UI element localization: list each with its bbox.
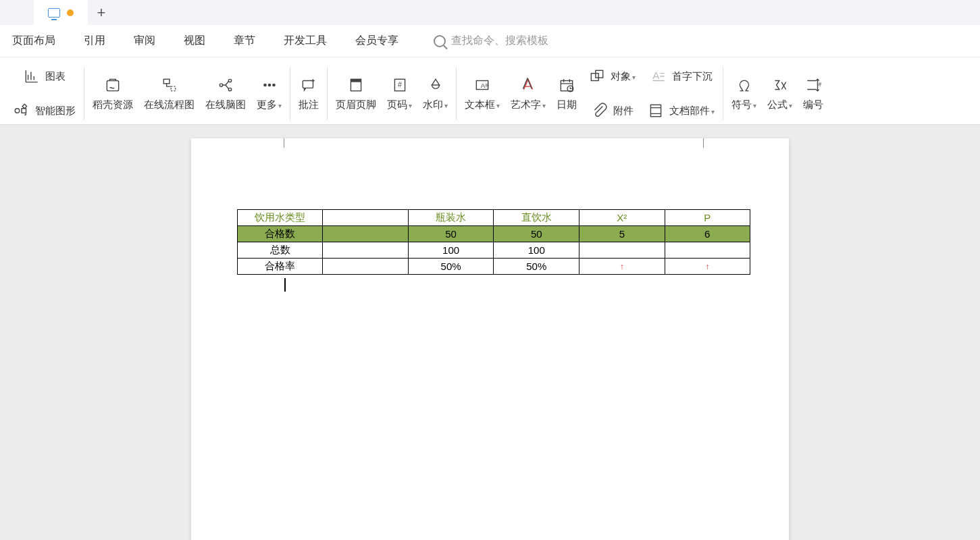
- table-cell[interactable]: [579, 242, 665, 259]
- svg-rect-3: [163, 79, 170, 84]
- svg-rect-4: [171, 86, 175, 91]
- new-tab-button[interactable]: +: [88, 4, 115, 22]
- menu-chapter[interactable]: 章节: [234, 34, 255, 48]
- symbol-button[interactable]: 符号▾: [726, 63, 762, 124]
- resource-icon: [103, 76, 122, 94]
- table-cell[interactable]: 5: [579, 226, 665, 242]
- svg-rect-11: [303, 81, 313, 88]
- date-button[interactable]: 日期: [551, 63, 582, 124]
- watermark-label: 水印: [423, 99, 443, 110]
- text-cursor: [284, 278, 286, 292]
- table-cell[interactable]: 总数: [238, 242, 323, 259]
- menu-references[interactable]: 引用: [84, 34, 105, 48]
- table-cell[interactable]: ↑: [579, 259, 665, 275]
- table-cell[interactable]: 合格率: [238, 259, 323, 275]
- mindmap-icon: [216, 76, 235, 94]
- svg-rect-23: [650, 105, 661, 116]
- number-button[interactable]: # 编号: [798, 63, 829, 124]
- table-header-row: 饮用水类型 瓶装水 直饮水 X² P: [238, 210, 750, 226]
- table-cell[interactable]: [323, 259, 408, 275]
- comment-button[interactable]: 批注: [293, 63, 324, 124]
- menu-review[interactable]: 审阅: [134, 34, 155, 48]
- number-label: 编号: [803, 99, 823, 111]
- comment-label: 批注: [299, 99, 319, 111]
- date-icon: [557, 76, 576, 94]
- flowchart-icon: [160, 76, 179, 94]
- chart-label: 图表: [45, 70, 66, 83]
- object-label: 对象: [611, 70, 631, 82]
- document-page[interactable]: 饮用水类型 瓶装水 直饮水 X² P 合格数 50 50 5 6 总数 100 …: [191, 138, 789, 540]
- document-canvas: 饮用水类型 瓶装水 直饮水 X² P 合格数 50 50 5 6 总数 100 …: [0, 125, 980, 540]
- table-cell[interactable]: ↑: [665, 259, 750, 275]
- header-cell[interactable]: 瓶装水: [408, 210, 494, 226]
- formula-icon: [771, 76, 790, 94]
- ruler-mark-left: [284, 138, 284, 148]
- table-cell[interactable]: 50: [408, 226, 494, 242]
- table-cell[interactable]: 100: [494, 242, 579, 259]
- wordart-button[interactable]: 艺术字▾: [505, 63, 551, 124]
- object-button[interactable]: 对象▾: [588, 63, 636, 90]
- dropcap-icon: A: [649, 67, 668, 86]
- dropcap-button[interactable]: A 首字下沉: [649, 63, 713, 90]
- svg-text:A≡: A≡: [481, 82, 490, 89]
- attach-label: 附件: [613, 105, 634, 117]
- svg-point-7: [228, 88, 231, 90]
- command-search[interactable]: 查找命令、搜索模板: [434, 34, 548, 48]
- smartart-icon: [12, 101, 31, 120]
- header-cell[interactable]: X²: [579, 210, 665, 226]
- header-cell[interactable]: 饮用水类型: [238, 210, 323, 226]
- svg-point-6: [228, 79, 231, 82]
- table-cell[interactable]: 100: [408, 242, 494, 259]
- search-icon: [434, 35, 446, 47]
- flowchart-button[interactable]: 在线流程图: [138, 63, 200, 124]
- attach-button[interactable]: 附件: [590, 97, 634, 124]
- docparts-label: 文档部件: [669, 105, 710, 116]
- resource-button[interactable]: 稻壳资源: [87, 63, 138, 124]
- mindmap-button[interactable]: 在线脑图: [200, 63, 251, 124]
- data-table[interactable]: 饮用水类型 瓶装水 直饮水 X² P 合格数 50 50 5 6 总数 100 …: [237, 209, 750, 275]
- header-cell[interactable]: [323, 210, 408, 226]
- mindmap-label: 在线脑图: [205, 99, 246, 111]
- header-cell[interactable]: 直饮水: [494, 210, 579, 226]
- table-cell[interactable]: 50: [494, 226, 579, 242]
- formula-button[interactable]: 公式▾: [762, 63, 798, 124]
- menu-member[interactable]: 会员专享: [355, 34, 398, 48]
- more-button[interactable]: 更多▾: [251, 63, 287, 124]
- comment-icon: [299, 76, 318, 94]
- menu-view[interactable]: 视图: [184, 34, 205, 48]
- symbol-label: 符号: [731, 99, 752, 110]
- svg-point-5: [220, 84, 222, 86]
- formula-label: 公式: [767, 99, 788, 110]
- svg-rect-20: [591, 74, 598, 81]
- chart-button[interactable]: 图表: [22, 63, 66, 90]
- chart-icon: [22, 67, 41, 86]
- table-row: 总数 100 100: [238, 242, 750, 259]
- textbox-button[interactable]: A≡ 文本框▾: [459, 63, 505, 124]
- docparts-button[interactable]: 文档部件▾: [646, 97, 715, 124]
- pagenum-label: 页码: [387, 99, 407, 110]
- table-cell[interactable]: 6: [665, 226, 750, 242]
- document-tab[interactable]: [34, 0, 88, 25]
- svg-text:A: A: [652, 70, 660, 81]
- table-cell[interactable]: [323, 242, 408, 259]
- smartart-button[interactable]: 智能图形: [12, 97, 76, 124]
- headerfooter-button[interactable]: 页眉页脚: [330, 63, 382, 124]
- table-cell[interactable]: 50%: [408, 259, 494, 275]
- menu-developer[interactable]: 开发工具: [284, 34, 327, 48]
- textbox-label: 文本框: [465, 99, 495, 110]
- table-row: 合格率 50% 50% ↑ ↑: [238, 259, 750, 275]
- tab-bar: +: [0, 0, 980, 25]
- table-cell[interactable]: [665, 242, 750, 259]
- header-cell[interactable]: P: [665, 210, 750, 226]
- menu-page-layout[interactable]: 页面布局: [12, 34, 55, 48]
- textbox-icon: A≡: [473, 76, 492, 94]
- svg-rect-2: [107, 81, 118, 91]
- svg-point-8: [263, 84, 265, 86]
- table-cell[interactable]: 合格数: [238, 226, 323, 242]
- table-cell[interactable]: [323, 226, 408, 242]
- watermark-button[interactable]: 水印▾: [417, 63, 453, 124]
- pagenum-button[interactable]: # 页码▾: [382, 63, 417, 124]
- table-cell[interactable]: 50%: [494, 259, 579, 275]
- dropcap-label: 首字下沉: [672, 70, 713, 83]
- svg-point-10: [272, 84, 274, 86]
